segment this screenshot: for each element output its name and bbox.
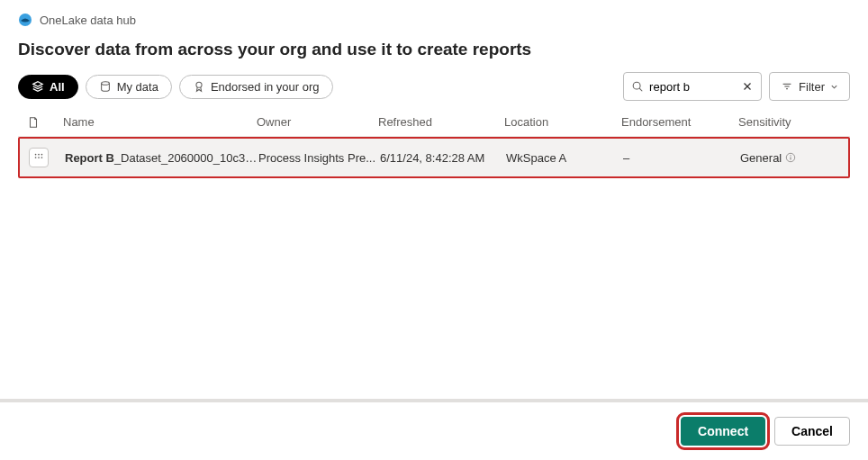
svg-point-15: [41, 157, 43, 158]
dialog-footer: Connect Cancel: [0, 399, 868, 460]
svg-point-10: [35, 154, 37, 156]
filter-pill-mydata[interactable]: My data: [86, 75, 172, 99]
hub-title-text: OneLake data hub: [40, 14, 136, 27]
filter-button-label: Filter: [799, 80, 825, 94]
cell-sensitivity: General: [740, 151, 839, 165]
filter-pill-all-label: All: [50, 80, 65, 94]
chevron-down-icon: [830, 83, 838, 91]
hub-title-bar: OneLake data hub: [18, 13, 850, 27]
onelake-icon: [18, 13, 32, 27]
svg-point-11: [38, 154, 40, 156]
filter-pill-mydata-label: My data: [117, 80, 158, 94]
cell-refreshed: 6/11/24, 8:42:28 AM: [380, 151, 506, 165]
svg-point-14: [38, 157, 40, 158]
col-header-owner[interactable]: Owner: [257, 115, 378, 129]
dataset-icon: [29, 148, 49, 167]
col-header-name[interactable]: Name: [63, 115, 257, 129]
cell-name: Report B_Dataset_2060000_10c38...: [65, 151, 258, 165]
filter-button[interactable]: Filter: [769, 72, 850, 101]
svg-line-4: [639, 88, 642, 91]
search-input[interactable]: [649, 80, 736, 94]
svg-point-12: [41, 154, 43, 156]
info-icon: [785, 152, 796, 163]
filter-pill-all[interactable]: All: [18, 75, 78, 99]
svg-point-2: [196, 82, 202, 87]
toolbar: All My data Endorsed in your org Filter: [0, 59, 868, 110]
col-header-endorsement[interactable]: Endorsement: [621, 115, 738, 129]
database-icon: [99, 80, 112, 93]
col-header-sensitivity[interactable]: Sensitivity: [738, 115, 841, 129]
cancel-button[interactable]: Cancel: [774, 417, 850, 446]
col-header-refreshed[interactable]: Refreshed: [378, 115, 504, 129]
col-header-type-icon: [27, 115, 63, 129]
search-input-container[interactable]: [623, 72, 762, 101]
cell-location: WkSpace A: [506, 151, 623, 165]
cell-owner: Process Insights Pre...: [258, 151, 380, 165]
stack-icon: [32, 80, 44, 93]
cell-endorsement: –: [623, 151, 740, 165]
svg-point-1: [101, 82, 109, 86]
table-row[interactable]: Report B_Dataset_2060000_10c38... Proces…: [20, 139, 848, 176]
svg-point-13: [35, 157, 37, 158]
col-header-location[interactable]: Location: [504, 115, 621, 129]
page-title: Discover data from across your org and u…: [18, 40, 850, 59]
filter-icon: [781, 80, 793, 93]
clear-search-button[interactable]: [741, 80, 754, 93]
svg-point-17: [791, 155, 791, 156]
connect-button[interactable]: Connect: [681, 417, 765, 446]
filter-pill-endorsed-label: Endorsed in your org: [211, 80, 320, 94]
search-icon: [631, 80, 644, 93]
filter-pill-endorsed[interactable]: Endorsed in your org: [179, 75, 333, 99]
ribbon-icon: [193, 80, 205, 93]
svg-point-3: [633, 82, 640, 89]
table-header-row: Name Owner Refreshed Location Endorsemen…: [18, 110, 850, 137]
